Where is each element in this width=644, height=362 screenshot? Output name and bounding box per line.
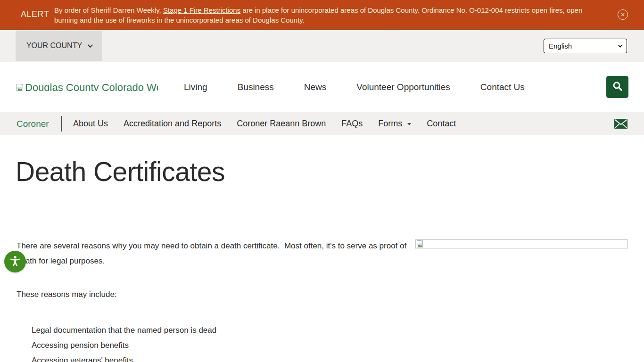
nav-living[interactable]: Living — [184, 82, 207, 92]
language-select-value: English — [549, 42, 572, 50]
fire-restrictions-link[interactable]: Stage 1 Fire Restrictions — [163, 6, 240, 14]
close-icon: ✕ — [620, 12, 625, 18]
alert-label: ALERT — [21, 9, 49, 19]
secnav-contact[interactable]: Contact — [427, 119, 456, 129]
nav-volunteer-opportunities[interactable]: Volunteer Opportunities — [356, 82, 450, 92]
site-logo[interactable]: Douglas County Colorado Website — [17, 82, 158, 91]
page: ALERT By order of Sheriff Darren Weekly,… — [0, 0, 644, 362]
intro-paragraph: There are several reasons why you may ne… — [17, 239, 418, 269]
caret-down-icon — [407, 123, 411, 125]
main-nav: Living Business News Volunteer Opportuni… — [184, 62, 525, 112]
section-label-coroner[interactable]: Coroner — [17, 112, 49, 135]
secnav-forms[interactable]: Forms — [378, 119, 411, 129]
alert-message: By order of Sheriff Darren Weekly, Stage… — [54, 5, 606, 25]
search-button[interactable] — [606, 76, 628, 98]
your-county-button[interactable]: YOUR COUNTY — [16, 31, 102, 61]
list-item: Accessing veterans' benefits — [32, 353, 216, 362]
chevron-down-icon — [618, 43, 622, 47]
utility-bar: YOUR COUNTY English — [0, 31, 644, 62]
chevron-down-icon — [88, 42, 93, 48]
secnav-coroner-raeann-brown[interactable]: Coroner Raeann Brown — [237, 119, 326, 129]
envelope-icon — [614, 122, 627, 130]
divider — [61, 116, 62, 132]
email-link[interactable] — [614, 119, 627, 131]
secnav-accreditation-reports[interactable]: Accreditation and Reports — [124, 119, 221, 129]
your-county-label: YOUR COUNTY — [26, 41, 82, 50]
section-nav: Coroner About Us Accreditation and Repor… — [0, 112, 644, 135]
alert-banner: ALERT By order of Sheriff Darren Weekly,… — [0, 0, 644, 30]
alert-close-button[interactable]: ✕ — [618, 9, 628, 20]
secnav-faqs[interactable]: FAQs — [341, 119, 363, 129]
main-header: Douglas County Colorado Website Living B… — [0, 62, 644, 112]
reasons-list: Legal documentation that the named perso… — [32, 323, 216, 362]
alert-message-prefix: By order of Sheriff Darren Weekly, — [54, 6, 163, 14]
page-content: Death Certificates There are several rea… — [0, 135, 644, 362]
list-item: Accessing pension benefits — [32, 338, 216, 353]
accessibility-widget-button[interactable] — [4, 251, 26, 272]
broken-content-image — [415, 239, 627, 248]
secnav-about-us[interactable]: About Us — [73, 119, 108, 129]
list-item: Legal documentation that the named perso… — [32, 323, 216, 338]
search-icon — [612, 81, 623, 93]
secnav-forms-label: Forms — [378, 119, 402, 129]
language-select[interactable]: English — [544, 39, 627, 53]
page-title: Death Certificates — [16, 156, 225, 187]
reasons-intro: These reasons may include: — [17, 290, 117, 299]
section-nav-items: About Us Accreditation and Reports Coron… — [73, 112, 456, 135]
nav-contact-us[interactable]: Contact Us — [480, 82, 525, 92]
nav-news[interactable]: News — [304, 82, 327, 92]
nav-business[interactable]: Business — [238, 82, 274, 92]
logo-alt-text: Douglas County Colorado Website — [25, 82, 158, 91]
broken-image-icon — [17, 84, 24, 91]
accessibility-person-icon — [9, 255, 21, 269]
